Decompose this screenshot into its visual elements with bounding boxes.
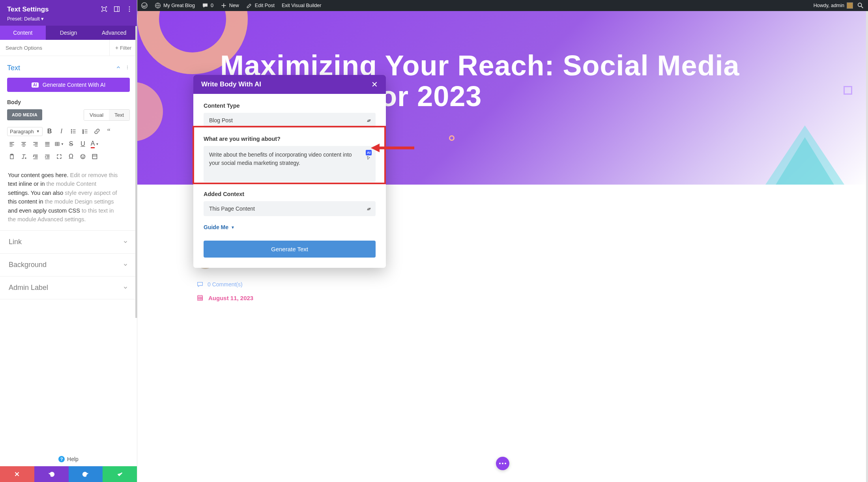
emoji-icon[interactable]	[78, 152, 88, 161]
wp-admin-bar: My Great Blog 0 New Edit Post Exit Visua…	[137, 0, 868, 11]
annotation-arrow	[371, 142, 414, 155]
svg-point-20	[80, 154, 85, 159]
paragraph-format-select[interactable]: Paragraph ▼	[7, 127, 43, 136]
save-button[interactable]	[103, 466, 137, 482]
panel-tabs: Content Design Advanced	[0, 26, 137, 40]
svg-text:3: 3	[82, 132, 84, 134]
new-link[interactable]: New	[221, 2, 239, 9]
cursor-icon	[365, 155, 372, 163]
redo-button[interactable]	[69, 466, 103, 482]
fullscreen-icon[interactable]	[54, 152, 64, 161]
text-settings-panel: Text Settings Preset: Default ▾ Content …	[0, 0, 137, 482]
align-left-icon[interactable]	[7, 139, 17, 149]
svg-point-8	[127, 65, 128, 66]
content-type-label: Content Type	[204, 103, 376, 109]
svg-rect-3	[103, 7, 105, 10]
ai-modal-title: Write Body With AI	[201, 80, 261, 88]
table-icon[interactable]: ▼	[54, 139, 64, 149]
decorative-small-circle	[449, 135, 455, 141]
preset-dropdown[interactable]: Preset: Default ▾	[7, 16, 130, 22]
howdy-user[interactable]: Howdy, admin	[814, 2, 853, 9]
cancel-button[interactable]	[0, 466, 34, 482]
undo-button[interactable]	[34, 466, 69, 482]
body-label: Body	[7, 99, 130, 105]
content-type-select[interactable]: Blog Post ▴▾	[204, 113, 376, 128]
kebab-icon[interactable]	[126, 6, 133, 13]
text-color-icon[interactable]: A▼	[90, 139, 99, 149]
collapse-icon[interactable]	[116, 65, 121, 72]
underline-icon[interactable]: U	[78, 139, 88, 149]
post-date: August 11, 2023	[196, 294, 868, 301]
prompt-textarea[interactable]	[204, 146, 376, 182]
search-options-input[interactable]	[0, 40, 109, 56]
editor-mode-text[interactable]: Text	[109, 110, 129, 120]
tab-design[interactable]: Design	[46, 26, 92, 40]
comments-count: 0	[211, 3, 213, 8]
indent-right-icon[interactable]	[43, 152, 52, 161]
add-media-button[interactable]: ADD MEDIA	[7, 109, 42, 120]
generate-text-button[interactable]: Generate Text	[204, 241, 376, 258]
wysiwyg-toolbar: Paragraph ▼ B I 123 “ ▼ S U A▼	[7, 125, 130, 163]
align-justify-icon[interactable]	[43, 139, 52, 149]
section-admin-label[interactable]: Admin Label	[0, 276, 137, 299]
svg-point-22	[84, 156, 84, 156]
added-context-label: Added Context	[204, 191, 376, 197]
write-body-ai-modal: Write Body With AI ✕ Content Type Blog P…	[193, 75, 386, 268]
exit-visual-builder[interactable]: Exit Visual Builder	[282, 3, 322, 8]
align-right-icon[interactable]	[31, 139, 40, 149]
indent-left-icon[interactable]	[31, 152, 40, 161]
svg-point-13	[71, 133, 72, 133]
svg-rect-18	[10, 155, 13, 159]
edit-post-link[interactable]: Edit Post	[246, 2, 275, 9]
align-center-icon[interactable]	[19, 139, 28, 149]
link-icon[interactable]	[92, 127, 102, 136]
builder-floating-menu[interactable]	[496, 457, 509, 470]
site-name: My Great Blog	[163, 3, 195, 8]
strikethrough-icon[interactable]: S	[66, 139, 76, 149]
panel-header: Text Settings Preset: Default ▾	[0, 0, 137, 26]
more-formatting-icon[interactable]	[90, 152, 99, 161]
svg-point-6	[129, 9, 130, 10]
editor-mode-visual[interactable]: Visual	[84, 110, 109, 120]
section-kebab-icon[interactable]	[125, 65, 130, 72]
site-name-link[interactable]: My Great Blog	[155, 2, 195, 9]
editor-content-area[interactable]: Your content goes here. Edit or remove t…	[7, 167, 130, 230]
panel-footer	[0, 466, 137, 482]
added-context-select[interactable]: This Page Content ▴▾	[204, 201, 376, 216]
new-label: New	[229, 3, 239, 8]
paste-icon[interactable]	[7, 152, 17, 161]
section-link[interactable]: Link	[0, 231, 137, 254]
search-icon[interactable]	[857, 2, 864, 9]
filter-button[interactable]: + Filter	[109, 40, 137, 56]
avatar	[847, 2, 853, 9]
snap-icon[interactable]	[113, 6, 120, 13]
bold-icon[interactable]: B	[45, 127, 54, 136]
tab-advanced[interactable]: Advanced	[91, 26, 137, 40]
generate-content-ai-button[interactable]: AI Generate Content With AI	[7, 78, 130, 92]
page-scrollbar[interactable]	[866, 11, 868, 482]
close-icon[interactable]: ✕	[371, 80, 378, 88]
clear-formatting-icon[interactable]	[19, 152, 28, 161]
svg-point-21	[82, 156, 82, 156]
edit-post-label: Edit Post	[255, 3, 275, 8]
guide-me-toggle[interactable]: Guide Me ▼	[204, 224, 376, 230]
section-background[interactable]: Background	[0, 254, 137, 276]
svg-point-10	[127, 68, 128, 69]
tab-content[interactable]: Content	[0, 26, 46, 40]
numbered-list-icon[interactable]: 123	[80, 127, 90, 136]
wp-logo[interactable]	[141, 2, 148, 9]
prompt-label: What are you writing about?	[204, 136, 376, 142]
blockquote-icon[interactable]: “	[104, 127, 114, 136]
svg-point-9	[127, 67, 128, 68]
comments-row[interactable]: 0 Comment(s)	[196, 281, 868, 288]
special-char-icon[interactable]: Ω	[66, 152, 76, 161]
panel-scrollbar[interactable]	[135, 26, 137, 318]
svg-point-7	[129, 11, 130, 12]
ai-badge-icon: AI	[32, 82, 39, 88]
expand-icon[interactable]	[101, 6, 108, 13]
comments-link[interactable]: 0	[202, 2, 213, 9]
bullet-list-icon[interactable]	[69, 127, 78, 136]
help-link[interactable]: ? Help	[0, 449, 137, 466]
help-icon: ?	[58, 456, 65, 462]
italic-icon[interactable]: I	[57, 127, 66, 136]
